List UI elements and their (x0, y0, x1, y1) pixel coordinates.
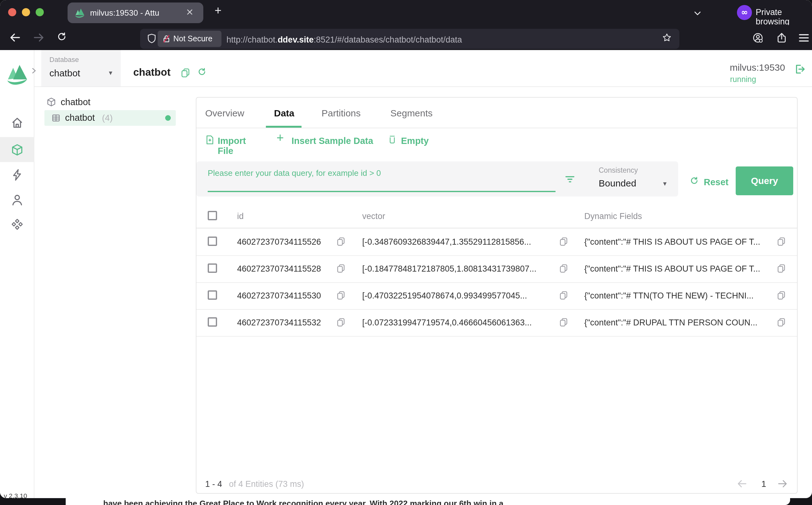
hamburger-menu-icon[interactable] (799, 34, 809, 42)
back-icon[interactable] (9, 31, 21, 44)
consistency-select[interactable]: Consistency Bounded ▾ (591, 161, 678, 196)
copy-vector-icon[interactable] (559, 318, 568, 327)
sidebar-expand-chevron-icon[interactable] (30, 67, 37, 74)
infinity-icon: ∞ (741, 7, 748, 17)
url-text[interactable]: http://chatbot.ddev.site:8521/#/database… (226, 35, 462, 44)
row-checkbox[interactable] (208, 264, 217, 273)
shield-icon[interactable] (146, 33, 157, 44)
app-version-label: v 2.3.10 (4, 492, 27, 498)
copy-id-icon[interactable] (337, 291, 345, 300)
collection-loaded-dot (165, 115, 171, 121)
page-number[interactable]: 1 (761, 479, 766, 489)
tab-partitions[interactable]: Partitions (322, 108, 361, 118)
connection-status-label: running (730, 75, 756, 84)
not-secure-chip[interactable]: Not Secure (158, 31, 221, 47)
copy-dynamic-icon[interactable] (777, 318, 786, 327)
cell-vector: [-0.47032251954078674,0.993499577045... (362, 291, 527, 300)
sidebar-system-icon[interactable] (11, 218, 24, 231)
collection-card: Overview Data Partitions Segments Import… (196, 97, 798, 494)
import-file-icon (205, 135, 215, 145)
background-window-text: have been achieving the Great Place to W… (103, 499, 503, 505)
tab-segments[interactable]: Segments (390, 108, 433, 118)
column-header-vector[interactable]: vector (362, 211, 385, 221)
new-tab-button[interactable]: + (215, 4, 221, 17)
row-checkbox[interactable] (208, 317, 217, 327)
trash-icon (387, 134, 397, 145)
tab-list-chevron-down-icon[interactable] (693, 9, 702, 17)
page-prev-arrow-icon[interactable] (736, 478, 748, 489)
stage: have been achieving the Great Place to W… (0, 0, 812, 505)
database-select[interactable]: Database chatbot ▾ (41, 50, 121, 87)
table-row[interactable]: 460272370734115528 [-0.18477848172187805… (196, 255, 797, 283)
query-input-underline[interactable] (208, 191, 556, 192)
traffic-close-button[interactable] (8, 8, 16, 16)
share-icon[interactable] (776, 32, 788, 44)
database-caret-down-icon: ▾ (109, 69, 112, 77)
column-header-id[interactable]: id (237, 211, 244, 221)
row-checkbox[interactable] (208, 236, 217, 246)
browser-tab[interactable]: milvus:19530 - Attu × (67, 2, 203, 23)
tab-title: milvus:19530 - Attu (90, 8, 159, 17)
filter-icon[interactable] (564, 173, 576, 185)
traffic-minimize-button[interactable] (22, 8, 30, 16)
url-domain: ddev.site (278, 35, 314, 44)
table-row[interactable]: 460272370734115532 [-0.0723319947719574,… (196, 309, 797, 337)
cell-vector: [-0.18477848172187805,1.80813431739807..… (362, 264, 537, 274)
cell-dynamic: {"content":"# TTN(TO THE NEW) - TECHNI..… (584, 291, 754, 300)
tab-overview[interactable]: Overview (205, 108, 244, 118)
page-next-arrow-icon[interactable] (777, 478, 788, 489)
copy-dynamic-icon[interactable] (777, 264, 786, 273)
tab-bar: milvus:19530 - Attu × + ∞ Private browsi… (0, 0, 812, 25)
sidebar-users-icon[interactable] (11, 193, 24, 206)
disconnect-exit-icon[interactable] (794, 63, 806, 75)
query-button-label: Query (751, 175, 778, 186)
tab-close-icon[interactable]: × (186, 6, 194, 17)
tree-item-collection[interactable]: chatbot (4) (44, 110, 176, 126)
copy-dynamic-icon[interactable] (777, 237, 786, 246)
sidebar-home-icon[interactable] (11, 116, 24, 130)
empty-label: Empty (401, 136, 429, 146)
reset-label: Reset (704, 177, 729, 187)
refresh-collection-icon[interactable] (197, 67, 207, 77)
private-browsing-badge: ∞ (737, 5, 752, 20)
copy-id-icon[interactable] (337, 264, 345, 273)
copy-dynamic-icon[interactable] (777, 291, 786, 300)
cell-dynamic: {"content":"# THIS IS ABOUT US PAGE OF T… (584, 237, 760, 246)
traffic-zoom-button[interactable] (36, 8, 44, 16)
query-bar: Please enter your data query, for exampl… (196, 161, 678, 196)
copy-vector-icon[interactable] (559, 264, 568, 273)
cell-vector: [-0.0723319947719574,0.46660456061363... (362, 318, 532, 327)
consistency-label: Consistency (599, 166, 638, 174)
table-row[interactable]: 460272370734115526 [-0.3487609326839447,… (196, 228, 797, 256)
private-browsing-label: Private browsing (756, 7, 812, 26)
copy-vector-icon[interactable] (559, 237, 568, 246)
tab-data[interactable]: Data (274, 108, 294, 118)
account-icon[interactable] (752, 32, 764, 44)
copy-vector-icon[interactable] (559, 291, 568, 300)
lock-crossed-icon (162, 34, 171, 43)
copy-id-icon[interactable] (337, 237, 345, 246)
column-header-dynamic[interactable]: Dynamic Fields (584, 211, 642, 221)
query-input-placeholder: Please enter your data query, for exampl… (208, 168, 381, 178)
query-button[interactable]: Query (736, 166, 793, 195)
select-all-checkbox[interactable] (208, 211, 217, 220)
forward-icon[interactable] (32, 31, 45, 44)
bookmark-star-icon[interactable] (662, 32, 672, 42)
collection-page-title: chatbot (133, 66, 171, 78)
copy-collection-name-icon[interactable] (181, 68, 190, 77)
attu-logo-icon (74, 7, 85, 18)
sidebar-database-cube-icon[interactable] (11, 143, 24, 156)
background-window-strip: have been achieving the Great Place to W… (66, 498, 790, 505)
entities-range: 1 - 4 (205, 479, 222, 489)
plus-icon: + (276, 131, 284, 145)
cell-id: 460272370734115528 (237, 264, 321, 274)
reload-icon[interactable] (56, 32, 67, 43)
database-select-label: Database (49, 56, 79, 63)
sidebar-search-bolt-icon[interactable] (11, 168, 24, 181)
reset-refresh-icon (689, 176, 699, 186)
copy-id-icon[interactable] (337, 318, 345, 327)
row-checkbox[interactable] (208, 290, 217, 300)
table-row[interactable]: 460272370734115530 [-0.47032251954078674… (196, 282, 797, 310)
tree-item-database[interactable]: chatbot (44, 95, 176, 110)
tree-database-label: chatbot (61, 97, 90, 107)
